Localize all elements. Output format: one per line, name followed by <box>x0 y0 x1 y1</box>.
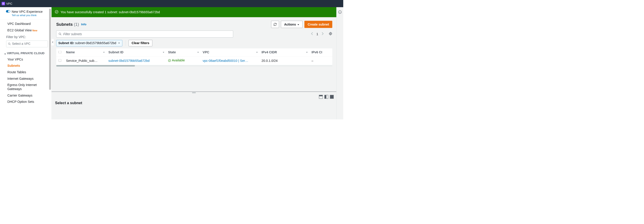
chip-value: subnet-0bd1579bb55a672bd <box>75 41 116 45</box>
nav-egress-only-igw[interactable]: Egress Only Internet Gateways <box>0 82 52 92</box>
caret-down-icon <box>4 52 6 56</box>
gear-icon <box>329 32 332 35</box>
cell-ipv4: 20.0.1.0/24 <box>259 56 309 65</box>
service-title: VPC <box>6 2 12 5</box>
pagination: 1 <box>310 31 332 37</box>
create-subnet-button[interactable]: Create subnet <box>304 21 332 28</box>
horizontal-scrollbar[interactable] <box>56 65 332 66</box>
filter-by-vpc-label: Filter by VPC: <box>0 34 52 40</box>
nav-ec2-global-view[interactable]: EC2 Global ViewNew <box>0 27 52 34</box>
banner-text: You have successfully created 1 subnet: … <box>60 10 160 14</box>
refresh-icon <box>274 23 277 26</box>
nav-carrier-gateways[interactable]: Carrier Gateways <box>0 92 52 99</box>
chevron-down-icon <box>298 22 300 26</box>
new-experience-label: New VPC Experience <box>12 10 42 14</box>
cell-subnet-id-link[interactable]: subnet-0bd1579bb55a672bd <box>108 59 150 62</box>
chevron-left-icon <box>52 41 53 43</box>
search-icon <box>58 33 62 36</box>
select-vpc-dropdown[interactable]: Select a VPC <box>6 41 48 47</box>
col-ipv6-cidr[interactable]: IPv6 CI <box>309 48 332 56</box>
filter-chip-subnet-id: Subnet ID: subnet-0bd1579bb55a672bd <box>56 40 122 46</box>
chip-remove-button[interactable] <box>118 41 120 45</box>
sidebar-scrollbar[interactable] <box>49 9 51 90</box>
table-settings-button[interactable] <box>329 32 332 36</box>
col-state[interactable]: State <box>166 48 200 56</box>
new-experience-toggle[interactable] <box>6 10 10 13</box>
info-link[interactable]: Info <box>81 23 86 26</box>
status-ok-icon <box>168 59 171 62</box>
nav-internet-gateways[interactable]: Internet Gateways <box>0 75 52 82</box>
chip-key: Subnet ID: <box>58 41 74 45</box>
cell-name: Service_Public_sub… <box>64 56 106 65</box>
table-row[interactable]: Service_Public_sub… subnet-0bd1579bb55a6… <box>56 56 332 65</box>
nav-vpc-dashboard[interactable]: VPC Dashboard <box>0 21 52 27</box>
filter-search[interactable] <box>56 31 233 37</box>
section-virtual-private-cloud[interactable]: VIRTUAL PRIVATE CLOUD <box>0 50 52 56</box>
main-content: You have successfully created 1 subnet: … <box>52 7 343 120</box>
page-title: Subnets (1) <box>56 22 79 27</box>
col-vpc[interactable]: VPC <box>200 48 259 56</box>
right-gutter <box>336 7 343 120</box>
refresh-button[interactable] <box>271 21 279 28</box>
info-panel-toggle[interactable] <box>338 10 342 120</box>
topbar: VPC <box>0 0 343 7</box>
page-prev[interactable] <box>310 31 314 37</box>
col-name[interactable]: Name <box>64 48 106 56</box>
row-checkbox[interactable] <box>58 59 61 62</box>
panel-layout-split[interactable] <box>324 95 328 98</box>
panel-layout-bottom[interactable] <box>319 95 323 98</box>
divider <box>126 40 126 46</box>
collapse-sidebar-button[interactable] <box>52 39 54 46</box>
cell-vpc-link[interactable]: vpc-08aef1f0eabd50010 | Ser… <box>202 59 248 62</box>
success-check-icon <box>55 10 58 15</box>
success-banner: You have successfully created 1 subnet: … <box>52 7 343 17</box>
nav-route-tables[interactable]: Route Tables <box>0 69 52 75</box>
nav-subnets[interactable]: Subnets <box>0 63 52 69</box>
col-subnet-id[interactable]: Subnet ID <box>106 48 166 56</box>
cell-state: Available <box>168 59 185 62</box>
page-number: 1 <box>316 32 318 36</box>
sidebar: New VPC Experience Tell us what you thin… <box>0 7 52 120</box>
select-vpc-placeholder: Select a VPC <box>12 42 30 46</box>
nav-dhcp-option-sets[interactable]: DHCP Option Sets <box>0 99 52 105</box>
info-icon <box>338 10 342 14</box>
actions-dropdown[interactable]: Actions <box>281 21 302 28</box>
cell-ipv6: – <box>309 56 332 65</box>
select-all-checkbox[interactable] <box>58 51 61 54</box>
svg-point-4 <box>59 33 60 35</box>
svg-point-5 <box>330 33 331 34</box>
split-resize-handle[interactable] <box>52 92 336 94</box>
svg-point-1 <box>8 43 10 44</box>
detail-title: Select a subnet <box>52 99 336 107</box>
close-icon <box>118 42 120 44</box>
search-icon <box>8 43 11 45</box>
filter-input[interactable] <box>63 32 231 36</box>
clear-filters-button[interactable]: Clear filters <box>128 40 152 46</box>
vpc-service-icon <box>2 2 5 5</box>
col-ipv4-cidr[interactable]: IPv4 CIDR <box>259 48 309 56</box>
detail-panel: Select a subnet <box>52 92 336 120</box>
page-next[interactable] <box>321 31 324 37</box>
panel-layout-full[interactable] <box>330 95 334 98</box>
nav-your-vpcs[interactable]: Your VPCs <box>0 56 52 63</box>
feedback-link[interactable]: Tell us what you think <box>12 14 42 17</box>
subnets-table: Name Subnet ID State VPC IPv4 CIDR IPv6 … <box>56 48 332 66</box>
